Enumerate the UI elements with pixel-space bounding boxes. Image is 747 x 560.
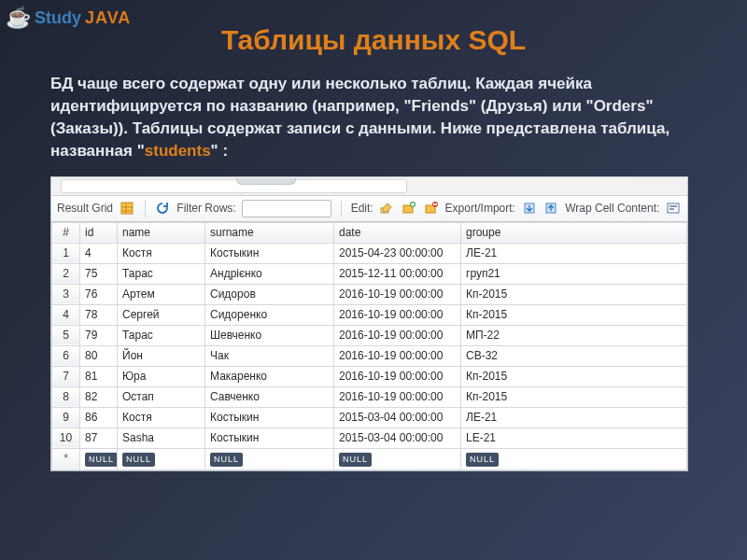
table-row[interactable]: 579ТарасШевченко2016-10-19 00:00:00МП-22 [52, 325, 687, 345]
intro-before: БД чаще всего содержат одну или нескольк… [50, 75, 669, 160]
table-row[interactable]: 680ЙонЧак2016-10-19 00:00:00СВ-32 [52, 345, 687, 366]
cell-id[interactable]: 78 [80, 304, 118, 325]
cell-id[interactable]: 80 [80, 345, 118, 366]
cell-name[interactable]: Тарас [118, 263, 205, 284]
cell-groupe[interactable]: Кп-2015 [461, 366, 687, 386]
cell-surname[interactable]: Костыкин [205, 427, 334, 448]
cell-date[interactable]: 2016-10-19 00:00:00 [334, 386, 461, 407]
cell-name[interactable]: Костя [118, 243, 205, 263]
cell-name[interactable]: Sasha [118, 427, 205, 448]
cell-surname[interactable]: Чак [205, 345, 334, 366]
row-number-star: * [52, 448, 80, 469]
table-row[interactable]: 376АртемСидоров2016-10-19 00:00:00Кп-201… [52, 284, 687, 304]
col-rownum[interactable]: # [52, 222, 80, 243]
cell-date[interactable]: 2016-10-19 00:00:00 [334, 366, 461, 386]
table-row[interactable]: 1087SashaКостыкин2015-03-04 00:00:00LE-2… [52, 427, 687, 448]
add-row-icon[interactable] [401, 200, 417, 217]
cell-surname[interactable]: Савченко [205, 386, 334, 407]
cell-surname[interactable]: Костыкин [205, 407, 334, 427]
cell-name[interactable]: Йон [118, 345, 205, 366]
cell-surname[interactable]: Сидоров [205, 284, 334, 304]
import-icon[interactable] [543, 200, 560, 217]
filter-rows-input[interactable] [242, 200, 331, 217]
table-row[interactable]: 478СергейСидоренко2016-10-19 00:00:00Кп-… [52, 304, 687, 325]
cell-date[interactable]: 2015-03-04 00:00:00 [334, 427, 461, 448]
col-surname[interactable]: surname [205, 222, 334, 243]
null-badge: NULL [210, 453, 243, 467]
cell-name[interactable]: Юра [118, 366, 205, 386]
cell-date[interactable]: 2016-10-19 00:00:00 [334, 284, 461, 304]
logo-study-text: Study [35, 8, 81, 28]
cell-surname[interactable]: Сидоренко [205, 304, 334, 325]
edit-row-icon[interactable] [379, 200, 396, 217]
cell-groupe[interactable]: МП-22 [461, 325, 687, 345]
cell-groupe[interactable]: СВ-32 [461, 345, 687, 366]
table-row[interactable]: 781ЮраМакаренко2016-10-19 00:00:00Кп-201… [52, 366, 687, 386]
refresh-icon[interactable] [155, 200, 172, 217]
wrap-cell-icon[interactable] [665, 200, 682, 217]
cell-date[interactable]: 2015-04-23 00:00:00 [334, 243, 461, 263]
intro-highlight: students [145, 142, 211, 160]
cell-id[interactable]: 79 [80, 325, 118, 345]
export-icon[interactable] [521, 200, 538, 217]
cell-surname[interactable]: Шевченко [205, 325, 334, 345]
result-grid-panel: Result Grid Filter Rows: Edit: Export/Im… [50, 176, 688, 471]
cell-id[interactable]: 4 [80, 243, 118, 263]
cell-name[interactable]: Тарас [118, 325, 205, 345]
cell-id[interactable]: NULL [80, 448, 118, 469]
svg-rect-0 [121, 203, 133, 214]
delete-row-icon[interactable] [423, 200, 440, 217]
cell-groupe[interactable]: ЛЕ-21 [461, 407, 687, 427]
cell-groupe[interactable]: LE-21 [461, 427, 687, 448]
row-number: 3 [52, 284, 80, 304]
null-badge: NULL [122, 453, 155, 467]
table-row-new[interactable]: *NULLNULLNULLNULLNULL [52, 448, 687, 469]
cell-name[interactable]: Костя [118, 407, 205, 427]
cell-groupe[interactable]: груп21 [461, 263, 687, 284]
cell-id[interactable]: 82 [80, 386, 118, 407]
filter-rows-label: Filter Rows: [176, 202, 235, 215]
cell-id[interactable]: 87 [80, 427, 118, 448]
cell-name[interactable]: NULL [118, 448, 205, 469]
table-row[interactable]: 275ТарасАндрієнко2015-12-11 00:00:00груп… [52, 263, 687, 284]
cell-date[interactable]: 2015-03-04 00:00:00 [334, 407, 461, 427]
cell-id[interactable]: 86 [80, 407, 118, 427]
cell-surname[interactable]: Костыкин [205, 243, 334, 263]
cell-name[interactable]: Артем [118, 284, 205, 304]
cell-name[interactable]: Остап [118, 386, 205, 407]
cell-date[interactable]: 2016-10-19 00:00:00 [334, 345, 461, 366]
cell-groupe[interactable]: Кп-2015 [461, 284, 687, 304]
cell-groupe[interactable]: Кп-2015 [461, 386, 687, 407]
col-groupe[interactable]: groupe [461, 222, 687, 243]
col-date[interactable]: date [334, 222, 461, 243]
result-grid-icon[interactable] [119, 200, 135, 217]
row-number: 5 [52, 325, 80, 345]
col-id[interactable]: id [80, 222, 118, 243]
java-cup-icon: ☕ [6, 7, 31, 28]
cell-groupe[interactable]: ЛЕ-21 [461, 243, 687, 263]
null-badge: NULL [466, 453, 499, 467]
col-name[interactable]: name [118, 222, 205, 243]
cell-name[interactable]: Сергей [118, 304, 205, 325]
intro-paragraph: БД чаще всего содержат одну или нескольк… [50, 73, 697, 163]
data-table: # id name surname date groupe 14КостяКос… [51, 222, 687, 470]
table-body: 14КостяКостыкин2015-04-23 00:00:00ЛЕ-212… [52, 243, 687, 469]
table-row[interactable]: 986КостяКостыкин2015-03-04 00:00:00ЛЕ-21 [52, 407, 687, 427]
cell-date[interactable]: 2015-12-11 00:00:00 [334, 263, 461, 284]
cell-id[interactable]: 76 [80, 284, 118, 304]
table-row[interactable]: 882ОстапСавченко2016-10-19 00:00:00Кп-20… [52, 386, 687, 407]
study-java-logo: ☕ Study JAVA [6, 7, 131, 28]
cell-groupe[interactable]: NULL [461, 448, 687, 469]
cell-groupe[interactable]: Кп-2015 [461, 304, 687, 325]
cell-date[interactable]: 2016-10-19 00:00:00 [334, 304, 461, 325]
cell-surname[interactable]: NULL [205, 448, 334, 469]
cell-date[interactable]: NULL [334, 448, 461, 469]
cell-id[interactable]: 81 [80, 366, 118, 386]
table-row[interactable]: 14КостяКостыкин2015-04-23 00:00:00ЛЕ-21 [52, 243, 687, 263]
row-number: 8 [52, 386, 80, 407]
cell-date[interactable]: 2016-10-19 00:00:00 [334, 325, 461, 345]
cell-surname[interactable]: Андрієнко [205, 263, 334, 284]
cell-id[interactable]: 75 [80, 263, 118, 284]
cell-surname[interactable]: Макаренко [205, 366, 334, 386]
toolbar-sep [341, 200, 342, 217]
